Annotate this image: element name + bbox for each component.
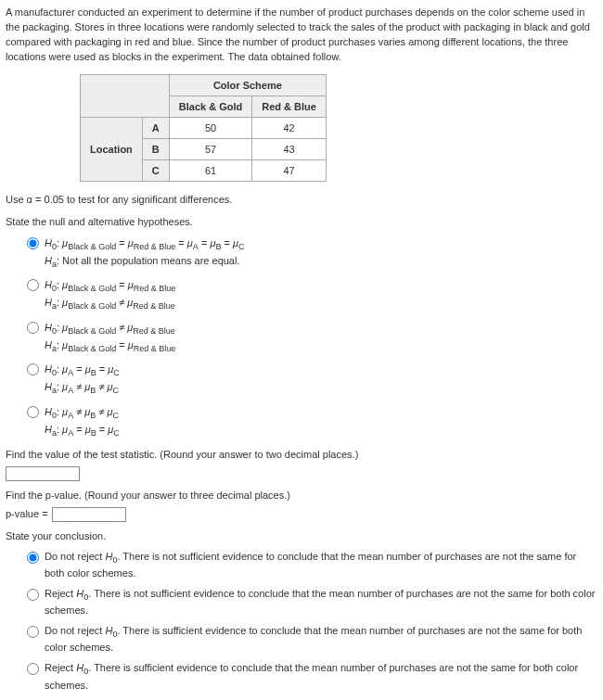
- hypothesis-options: H0: μBlack & Gold = μRed & Blue = μA = μ…: [6, 235, 597, 440]
- conc-radio-3[interactable]: [27, 626, 39, 638]
- hyp-radio-3[interactable]: [27, 322, 39, 334]
- conc1-text: Do not reject H0. There is not sufficien…: [45, 551, 576, 579]
- hyp1-ha: Ha: Not all the population means are equ…: [45, 254, 245, 271]
- row-header: Location: [81, 117, 143, 181]
- cell-c1: 61: [169, 159, 251, 181]
- loc-c: C: [142, 159, 169, 181]
- cell-b2: 43: [252, 138, 327, 159]
- conc-radio-2[interactable]: [27, 589, 39, 601]
- hyp1-h0: H0: μBlack & Gold = μRed & Blue = μA = μ…: [45, 236, 245, 253]
- cell-a1: 50: [169, 117, 251, 138]
- data-table: Color Scheme Black & Gold Red & Blue Loc…: [80, 74, 327, 182]
- hyp2-h0: H0: μBlack & Gold = μRed & Blue: [45, 278, 175, 295]
- hyp-radio-1[interactable]: [27, 237, 39, 249]
- loc-a: A: [142, 117, 169, 138]
- cell-a2: 42: [252, 117, 327, 138]
- hypothesis-prompt: State the null and alternative hypothese…: [6, 215, 597, 230]
- hyp4-h0: H0: μA = μB = μC: [45, 363, 120, 379]
- test-stat-prompt: Find the value of the test statistic. (R…: [6, 448, 597, 463]
- hyp3-h0: H0: μBlack & Gold ≠ μRed & Blue: [45, 321, 175, 337]
- hyp5-ha: Ha: μA = μB = μC: [45, 423, 120, 439]
- col-header-2: Red & Blue: [252, 95, 327, 117]
- table-superheader: Color Scheme: [169, 74, 326, 95]
- hyp-radio-2[interactable]: [27, 279, 39, 291]
- hyp-radio-5[interactable]: [27, 406, 39, 418]
- cell-c2: 47: [252, 159, 327, 181]
- hyp3-ha: Ha: μBlack & Gold = μRed & Blue: [45, 338, 175, 355]
- pvalue-input[interactable]: [52, 507, 126, 522]
- hyp5-h0: H0: μA ≠ μB ≠ μC: [45, 405, 120, 422]
- col-header-1: Black & Gold: [169, 95, 251, 117]
- conclusion-prompt: State your conclusion.: [6, 529, 597, 544]
- pvalue-prompt: Find the p-value. (Round your answer to …: [6, 489, 597, 503]
- test-stat-input[interactable]: [6, 466, 80, 481]
- hyp2-ha: Ha: μBlack & Gold ≠ μRed & Blue: [45, 296, 175, 312]
- hyp4-ha: Ha: μA ≠ μB ≠ μC: [45, 380, 120, 397]
- pvalue-label: p-value =: [6, 507, 48, 522]
- cell-b1: 57: [169, 138, 251, 159]
- intro-text: A manufacturer conducted an experiment t…: [6, 6, 597, 65]
- conc4-text: Reject H0. There is sufficient evidence …: [45, 662, 578, 690]
- loc-b: B: [142, 138, 169, 159]
- hyp-radio-4[interactable]: [27, 363, 39, 375]
- conc2-text: Reject H0. There is not sufficient evide…: [45, 588, 595, 616]
- conclusion-options: Do not reject H0. There is not sufficien…: [6, 550, 597, 694]
- conc3-text: Do not reject H0. There is sufficient ev…: [45, 625, 582, 653]
- conc-radio-1[interactable]: [27, 552, 39, 564]
- alpha-line: Use α = 0.05 to test for any significant…: [6, 193, 597, 208]
- conc-radio-4[interactable]: [27, 663, 39, 675]
